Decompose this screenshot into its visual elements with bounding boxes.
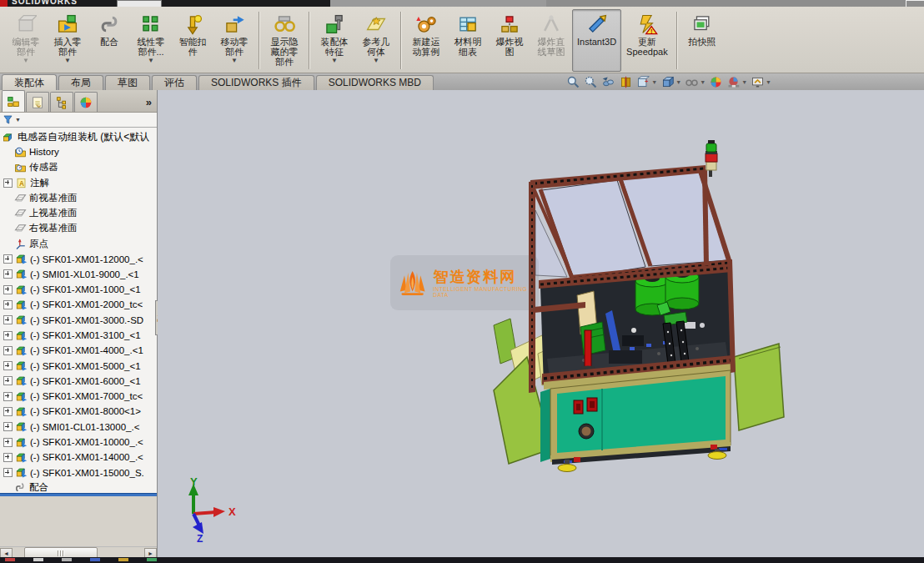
tree-item-label: (-) SFK01-XM01-14000_.< <box>30 452 143 462</box>
tree-item[interactable]: (-) SFK01-XM01-2000_tc< <box>0 297 157 312</box>
brand-logo: SOLIDWORKS <box>12 0 78 6</box>
reference-geometry-button[interactable]: 参考几何体▼ <box>355 9 397 72</box>
tree-item[interactable]: A注解 <box>0 175 157 190</box>
tree-item[interactable]: (-) SFK01-XM01-3000.-SD <box>0 313 157 328</box>
triad-z-label: Z <box>197 533 203 542</box>
panel-tab-configurationmanager[interactable] <box>50 92 73 112</box>
mate-button[interactable]: 配合 <box>88 9 130 72</box>
hide-show-items-button[interactable]: ▼ <box>684 74 706 89</box>
tree-item[interactable]: (-) SMI01-CL01-13000_.< <box>0 420 157 435</box>
exploded-view-icon <box>499 13 520 35</box>
expand-plus-icon[interactable] <box>3 407 13 416</box>
show-hidden-button[interactable]: 显示隐藏的零部件 <box>264 9 305 72</box>
bom-button[interactable]: 材料明细表 <box>447 9 489 72</box>
ribbon-tab-SOLIDWORKS 插件[interactable]: SOLIDWORKS 插件 <box>198 75 314 90</box>
ribbon-tab-SOLIDWORKS MBD[interactable]: SOLIDWORKS MBD <box>316 75 434 90</box>
tree-item[interactable]: 传感器 <box>0 160 157 175</box>
panel-expand-chevron[interactable]: » <box>146 93 152 112</box>
filter-caret[interactable]: ▼ <box>15 117 21 123</box>
tree-item[interactable]: (-) SFK01-XM01-3100_<1 <box>0 328 157 343</box>
tree-root-item[interactable]: 电感器自动组装机 (默认<默认 <box>0 129 157 144</box>
assembly-features-button[interactable]: 装配体特征▼ <box>314 9 355 72</box>
expand-plus-icon[interactable] <box>3 453 13 462</box>
tree-item[interactable]: 上视基准面 <box>0 205 157 220</box>
panel-tab-featuremanager[interactable] <box>2 90 25 112</box>
button-label: 部件... <box>138 47 163 57</box>
view-settings-button[interactable]: ▼ <box>750 74 772 89</box>
expand-plus-icon[interactable] <box>3 361 13 370</box>
panel-tab-displaymanager[interactable] <box>74 92 98 112</box>
display-style-button[interactable]: ▼ <box>660 74 682 89</box>
tree-item[interactable]: (-) SFK01-XM01-15000_S. <box>0 465 157 480</box>
apply-scene-button[interactable]: ▼ <box>726 74 748 89</box>
dropdown-arrow-icon[interactable]: ▼ <box>148 58 154 64</box>
tree-item[interactable]: 配合 <box>0 480 157 493</box>
smart-fasteners-icon <box>182 13 203 35</box>
tree-item[interactable]: (-) SFK01-XM01-7000_tc< <box>0 389 157 404</box>
dropdown-arrow-icon[interactable]: ▼ <box>331 58 338 64</box>
dropdown-arrow-icon[interactable]: ▼ <box>373 58 379 64</box>
tree-item[interactable]: (-) SFK01-XM01-12000_.< <box>0 251 157 266</box>
instant3d-button[interactable]: Instant3D <box>572 9 621 72</box>
panel-tab-propertymanager[interactable] <box>26 92 49 112</box>
tree-item-label: (-) SFK01-XM01-3100_<1 <box>30 330 141 340</box>
dropdown-arrow-icon[interactable]: ▼ <box>64 58 71 64</box>
view-orientation-button[interactable]: +▼ <box>635 74 658 89</box>
graphics-area[interactable]: 智造资料网 INTELLIGENT MANUFACTURING DATA Y X… <box>158 90 924 557</box>
expand-plus-icon[interactable] <box>3 346 13 355</box>
motion-study-button[interactable]: 新建运动算例 <box>405 9 447 72</box>
linear-pattern-button[interactable]: 线性零部件...▼ <box>130 9 172 72</box>
tree-item[interactable]: (-) SFK01-XM01-5000_<1 <box>0 358 157 373</box>
expand-plus-icon[interactable] <box>3 254 13 264</box>
dropdown-arrow-icon[interactable]: ▼ <box>651 79 657 85</box>
dropdown-arrow-icon[interactable]: ▼ <box>700 79 706 85</box>
tree-item[interactable]: (-) SFK01-XM01-8000<1> <box>0 404 157 419</box>
zoom-to-fit-button[interactable] <box>565 74 581 89</box>
dropdown-arrow-icon[interactable]: ▼ <box>741 79 747 85</box>
ribbon-tab-评估[interactable]: 评估 <box>152 75 197 90</box>
update-speedpak-button[interactable]: !更新Speedpak <box>621 9 673 72</box>
expand-plus-icon[interactable] <box>3 315 13 324</box>
tree-item[interactable]: 前视基准面 <box>0 190 157 205</box>
motion-study-icon <box>415 13 437 35</box>
insert-component-button[interactable]: 插入零部件▼ <box>47 9 88 72</box>
ribbon-tab-装配体[interactable]: 装配体 <box>2 74 57 90</box>
ribbon-tab-布局[interactable]: 布局 <box>58 75 103 90</box>
tree-item[interactable]: (-) SFK01-XM01-14000_.< <box>0 450 157 465</box>
button-label: Instant3D <box>577 37 616 47</box>
tree-item[interactable]: 原点 <box>0 236 157 251</box>
tree-item[interactable]: (-) SFK01-XM01-1000_<1 <box>0 282 157 297</box>
tree-item[interactable]: (-) SFK01-XM01-6000_<1 <box>0 374 157 389</box>
section-view-button[interactable] <box>618 74 634 89</box>
exploded-view-button[interactable]: 爆炸视图 <box>489 9 530 72</box>
dropdown-arrow-icon[interactable]: ▼ <box>766 79 771 85</box>
dropdown-arrow-icon[interactable]: ▼ <box>675 79 681 85</box>
tree-item[interactable]: (-) SFK01-XM01-10000_.< <box>0 435 157 450</box>
move-component-button[interactable]: 移动零部件▼ <box>213 9 255 72</box>
tree-item[interactable]: (-) SFK01-XM01-4000_.<1 <box>0 343 157 358</box>
snapshot-button[interactable]: 拍快照 <box>681 9 723 72</box>
expand-plus-icon[interactable] <box>3 178 13 188</box>
previous-view-button[interactable] <box>600 74 616 89</box>
command-manager: 编辑零部件▼插入零部件▼配合线性零部件...▼智能扣件移动零部件▼显示隐藏的零部… <box>0 7 924 73</box>
expand-plus-icon[interactable] <box>3 376 13 385</box>
expand-plus-icon[interactable] <box>3 331 13 340</box>
expand-plus-icon[interactable] <box>3 269 13 279</box>
machine-3d-model[interactable] <box>158 90 924 557</box>
expand-plus-icon[interactable] <box>3 468 13 477</box>
tree-item[interactable]: 右视基准面 <box>0 221 157 236</box>
expand-plus-icon[interactable] <box>3 300 13 309</box>
dropdown-arrow-icon[interactable]: ▼ <box>23 58 29 64</box>
tree-item[interactable]: History <box>0 144 157 159</box>
zoom-to-area-button[interactable] <box>583 74 599 89</box>
expand-plus-icon[interactable] <box>3 422 13 431</box>
expand-plus-icon[interactable] <box>3 438 13 447</box>
tree-item[interactable]: (-) SMI01-XL01-9000_.<1 <box>0 267 157 282</box>
expand-plus-icon[interactable] <box>3 392 13 401</box>
filter-icon[interactable] <box>3 114 13 125</box>
edit-appearance-button[interactable] <box>708 74 724 89</box>
dropdown-arrow-icon[interactable]: ▼ <box>231 58 238 64</box>
expand-plus-icon[interactable] <box>3 285 13 294</box>
smart-fasteners-button[interactable]: 智能扣件 <box>172 9 213 72</box>
ribbon-tab-草图[interactable]: 草图 <box>105 75 150 90</box>
